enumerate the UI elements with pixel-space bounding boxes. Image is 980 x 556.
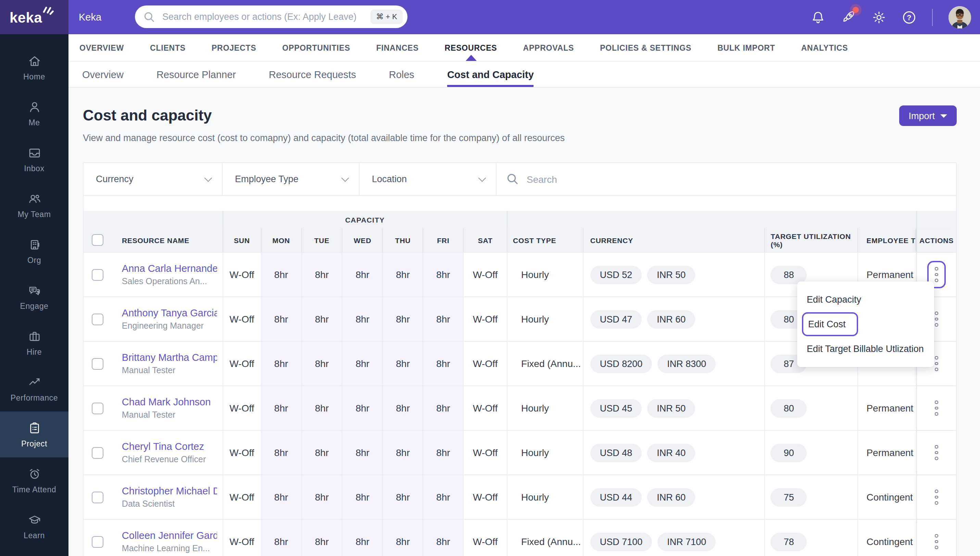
logo-spark-icon [42,5,54,15]
resource-name-link[interactable]: Colleen Jennifer Gardr [122,530,217,541]
menu-item-edit-target-billable-utilization[interactable]: Edit Target Billable Utlization [797,337,934,361]
resource-role: Sales Operations An... [122,276,207,286]
global-search-input[interactable] [161,11,364,23]
import-button[interactable]: Import [899,105,957,126]
person-icon [27,100,41,114]
row-actions-button[interactable] [929,396,944,420]
settings-gear-icon[interactable] [872,10,886,24]
col-currency: CURRENCY [584,228,765,252]
chat-icon [27,283,41,298]
row-actions-button[interactable] [929,485,944,509]
page-title: Cost and capacity [83,107,212,124]
help-icon[interactable]: ? [902,10,916,24]
sidebar-item-engage[interactable]: Engage [0,274,68,320]
tab-analytics[interactable]: ANALYTICS [801,34,848,61]
row-checkbox[interactable] [92,536,104,548]
inr-cost-pill: INR 7100 [657,532,716,551]
tab-finances[interactable]: FINANCES [376,34,419,61]
sidebar-item-hire[interactable]: Hire [0,320,68,366]
resource-name-link[interactable]: Cheryl Tina Cortez [122,441,204,452]
clipboard-icon [27,421,41,435]
sidebar: Home Me Inbox My Team Org Engage Hire P [0,34,68,556]
tab-resources[interactable]: RESOURCES [445,34,497,61]
row-checkbox[interactable] [92,269,104,280]
row-actions-context-menu: Edit Capacity Edit Cost Edit Target Bill… [797,281,934,367]
keka-logo[interactable]: keka [0,0,68,34]
employee-type-filter-dropdown[interactable]: Employee Type [223,163,359,195]
menu-item-edit-capacity[interactable]: Edit Capacity [797,288,934,312]
resource-name-link[interactable]: Anna Carla Hernandez [122,263,217,274]
inr-cost-pill: INR 60 [647,488,695,506]
user-avatar[interactable] [949,6,971,28]
table-group-header: CAPACITY [84,211,956,228]
whats-new-rocket-icon[interactable] [841,10,856,25]
sidebar-item-learn[interactable]: Learn [0,503,68,549]
subtab-resource-planner[interactable]: Resource Planner [157,61,236,87]
tab-opportunities[interactable]: OPPORTUNITIES [282,34,350,61]
table-row: Cheryl Tina Cortez Chief Revenue Officer… [84,430,956,475]
capacity-group-label: CAPACITY [223,211,508,228]
usd-cost-pill: USD 44 [590,488,642,506]
select-all-checkbox[interactable] [92,234,104,246]
inbox-icon [27,146,41,160]
row-checkbox[interactable] [92,358,104,369]
resource-name-link[interactable]: Brittany Martha Campbe [122,352,217,363]
row-checkbox[interactable] [92,313,104,325]
chevron-down-icon [940,114,947,118]
location-filter-dropdown[interactable]: Location [359,163,496,195]
usd-cost-pill: USD 7100 [590,532,652,551]
resource-name-link[interactable]: Christopher Michael Da [122,485,217,496]
table-row: Colleen Jennifer Gardr Machine Learning … [84,519,956,556]
row-checkbox[interactable] [92,402,104,414]
cost-capacity-table: CAPACITY RESOURCE NAME SUN MON TUE WED T… [84,211,956,556]
col-tue: TUE [302,228,343,252]
tab-policies-settings[interactable]: POLICIES & SETTINGS [600,34,691,61]
global-search[interactable]: ⌘ + K [135,5,408,28]
row-checkbox[interactable] [92,491,104,503]
sidebar-item-time-attend[interactable]: Time Attend [0,457,68,503]
sidebar-item-project[interactable]: Project [0,412,68,457]
sidebar-item-me[interactable]: Me [0,91,68,136]
inr-cost-pill: INR 40 [647,443,695,462]
resource-name-link[interactable]: Anthony Tanya Garcia [122,307,217,318]
table-search[interactable] [496,163,956,195]
currency-filter-dropdown[interactable]: Currency [84,163,223,195]
tab-approvals[interactable]: APPROVALS [523,34,574,61]
topbar: keka Keka ⌘ + K ? [0,0,980,34]
sidebar-item-my-team[interactable]: My Team [0,182,68,228]
topbar-divider [932,8,933,26]
tab-projects[interactable]: PROJECTS [212,34,256,61]
subtab-cost-and-capacity[interactable]: Cost and Capacity [447,61,534,87]
menu-item-edit-cost[interactable]: Edit Cost [802,312,858,336]
table-row: Chad Mark Johnson Manual Tester W-Off 8h… [84,386,956,430]
employee-type: Contingent [858,475,916,519]
cost-type: Hourly [508,431,584,475]
tab-bulk-import[interactable]: BULK IMPORT [717,34,775,61]
sub-nav-tabs: Overview Resource Planner Resource Reque… [68,61,980,88]
row-actions-button[interactable] [929,441,944,465]
tab-clients[interactable]: CLIENTS [150,34,186,61]
subtab-overview[interactable]: Overview [82,61,124,87]
chevron-down-icon [341,174,349,182]
subtab-resource-requests[interactable]: Resource Requests [269,61,356,87]
sidebar-item-performance[interactable]: Performance [0,366,68,412]
row-checkbox[interactable] [92,447,104,458]
sidebar-item-home[interactable]: Home [0,45,68,91]
briefcase-icon [27,329,41,344]
sidebar-item-org[interactable]: Org [0,228,68,274]
tab-overview[interactable]: OVERVIEW [79,34,124,61]
graduation-icon [27,513,41,527]
table-search-input[interactable] [525,173,956,185]
target-utilization-pill: 90 [771,443,807,462]
row-actions-button[interactable] [929,530,944,554]
notifications-bell-icon[interactable] [811,10,825,24]
svg-text:?: ? [907,13,911,21]
target-utilization-pill: 80 [771,399,807,417]
resource-name-link[interactable]: Chad Mark Johnson [122,396,211,407]
cost-type: Fixed (Annu... [508,520,584,556]
chevron-down-icon [204,174,212,182]
employee-type: Permanent [858,431,916,475]
app-window: keka Keka ⌘ + K ? [0,0,980,556]
subtab-roles[interactable]: Roles [389,61,414,87]
sidebar-item-inbox[interactable]: Inbox [0,136,68,182]
